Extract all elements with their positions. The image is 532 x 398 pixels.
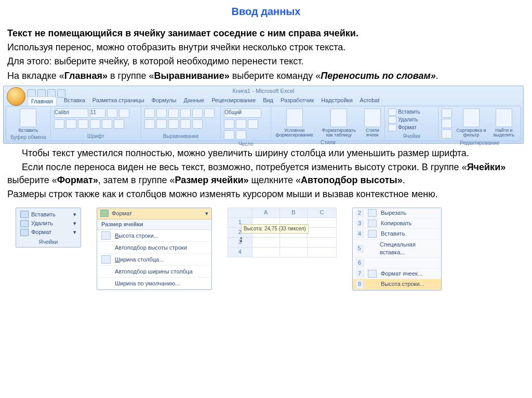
para-1: Текст не помещающийся в ячейку занимает … xyxy=(7,27,525,40)
col-width-icon xyxy=(101,255,111,264)
window-title: Книга1 - Microsoft Excel xyxy=(4,87,523,95)
para-3: Для этого: выберите ячейку, в которой не… xyxy=(7,55,525,68)
paste-icon[interactable] xyxy=(20,108,36,127)
cells-group-label: Ячейки xyxy=(19,237,77,246)
menuitem-col-width[interactable]: Ширина столбца... xyxy=(97,254,211,266)
format-cells-icon[interactable] xyxy=(388,124,396,131)
para-4: На вкладке «Главная» в группе «Выравнива… xyxy=(7,70,525,83)
border-icon[interactable] xyxy=(90,119,100,129)
insert-icon xyxy=(20,211,29,218)
decrease-indent-icon[interactable] xyxy=(168,119,179,129)
ctx-copy[interactable]: 3Копировать xyxy=(353,218,441,229)
cut-icon xyxy=(368,209,377,217)
sheet-resize-fragment: ABC 1 2 3 4 Высота: 24,75 (33 пиксел) ↕ xyxy=(228,208,337,257)
delete-row-button[interactable]: Удалить▾ xyxy=(19,219,77,228)
tab-addins[interactable]: Надстройки xyxy=(321,97,352,106)
increase-font-icon[interactable] xyxy=(107,108,117,118)
format-cells-icon xyxy=(368,270,377,278)
insert-cells-icon[interactable] xyxy=(388,108,396,116)
bottom-images-row: Вставить▾ Удалить▾ Формат▾ Ячейки Формат… xyxy=(0,202,532,291)
menuitem-autofit-width[interactable]: Автоподбор ширины столбца xyxy=(97,266,211,278)
cell-styles-icon[interactable] xyxy=(364,108,381,127)
percent-icon[interactable] xyxy=(236,119,246,129)
format-icon xyxy=(20,229,29,236)
ctx-sep: 6 xyxy=(353,258,441,268)
page-title: Ввод данных xyxy=(0,0,532,26)
font-color-icon[interactable] xyxy=(114,119,124,129)
merge-icon[interactable] xyxy=(192,119,203,129)
delete-icon xyxy=(20,220,29,227)
ctx-paste[interactable]: 4Вставить xyxy=(353,229,441,239)
para-6: Если после переноса виден не весь текст,… xyxy=(7,161,525,187)
ctx-format-cells[interactable]: 7Формат ячеек... xyxy=(353,269,441,279)
autosum-icon[interactable] xyxy=(442,108,452,118)
align-middle-icon[interactable] xyxy=(156,108,167,118)
insert-row-button[interactable]: Вставить▾ xyxy=(19,210,77,219)
tab-acrobat[interactable]: Acrobat xyxy=(360,97,380,106)
italic-icon[interactable] xyxy=(66,119,76,129)
ribbon-tabs: Главная Вставка Разметка страницы Формул… xyxy=(28,97,379,106)
format-as-table-icon[interactable] xyxy=(330,108,347,127)
paste-icon xyxy=(368,230,377,238)
content-2: Чтобы текст уместился полностью, можно у… xyxy=(0,147,532,201)
increase-indent-icon[interactable] xyxy=(180,119,191,129)
fill-color-icon[interactable] xyxy=(102,119,112,129)
tab-page-layout[interactable]: Разметка страницы xyxy=(92,97,144,106)
group-styles: Условное форматирование Форматировать ка… xyxy=(271,106,385,141)
wrap-text-icon[interactable] xyxy=(192,108,203,118)
align-center-icon[interactable] xyxy=(144,119,155,129)
inc-decimal-icon[interactable] xyxy=(224,130,234,140)
format-icon xyxy=(100,210,109,217)
number-format-combo[interactable]: Общий xyxy=(224,108,261,118)
comma-icon[interactable] xyxy=(248,119,258,129)
fill-icon[interactable] xyxy=(442,119,452,128)
align-top-icon[interactable] xyxy=(144,108,155,118)
currency-icon[interactable] xyxy=(224,119,234,129)
align-right-icon[interactable] xyxy=(156,119,167,129)
tab-insert[interactable]: Вставка xyxy=(64,97,85,106)
align-left-icon[interactable] xyxy=(204,108,215,118)
tab-view[interactable]: Вид xyxy=(263,97,273,106)
context-menu-fragment: 2Вырезать 3Копировать 4Вставить 5Специал… xyxy=(352,208,442,291)
sort-filter-icon[interactable] xyxy=(463,108,480,127)
para-7: Размеры строк также как и столбцов можно… xyxy=(7,188,525,201)
find-select-icon[interactable] xyxy=(496,108,512,127)
conditional-formatting-icon[interactable] xyxy=(286,108,303,127)
group-clipboard: Вставить Буфер обмена xyxy=(6,106,51,141)
ctx-cut[interactable]: 2Вырезать xyxy=(353,208,441,218)
group-cells: Вставить Удалить Формат Ячейки xyxy=(385,106,438,141)
group-editing: Сортировка и фильтр Найти и выделить Ред… xyxy=(438,106,521,141)
row-height-icon xyxy=(101,231,111,240)
format-row-button[interactable]: Формат▾ xyxy=(19,228,77,237)
tab-formulas[interactable]: Формулы xyxy=(152,97,177,106)
clear-icon[interactable] xyxy=(442,129,452,139)
group-font: Calibri 11 Шрифт xyxy=(51,106,141,141)
para-2: Используя перенос, можно отобразить внут… xyxy=(7,41,525,54)
menuitem-default-width[interactable]: Ширина по умолчанию... xyxy=(97,278,211,290)
decrease-font-icon[interactable] xyxy=(119,108,129,118)
resize-tooltip: Высота: 24,75 (33 пиксел) xyxy=(241,224,309,234)
ctx-row-height[interactable]: 8Высота строки... xyxy=(353,279,441,290)
orientation-icon[interactable] xyxy=(180,108,191,118)
content: Текст не помещающийся в ячейку занимает … xyxy=(0,27,532,83)
tab-developer[interactable]: Разработчик xyxy=(281,97,314,106)
format-menu-section: Размер ячейки xyxy=(97,219,211,230)
menuitem-row-height[interactable]: Высота строки... xyxy=(97,230,211,242)
menuitem-autofit-height[interactable]: Автоподбор высоты строки xyxy=(97,242,211,254)
tab-data[interactable]: Данные xyxy=(183,97,204,106)
excel-ribbon-screenshot: Книга1 - Microsoft Excel Главная Вставка… xyxy=(3,86,524,144)
ctx-paste-special[interactable]: 5Специальная вставка... xyxy=(353,240,441,258)
align-bottom-icon[interactable] xyxy=(168,108,179,118)
font-name-combo[interactable]: Calibri xyxy=(54,108,88,118)
underline-icon[interactable] xyxy=(78,119,88,129)
delete-cells-icon[interactable] xyxy=(388,116,396,123)
tab-home[interactable]: Главная xyxy=(28,97,57,106)
group-alignment: Выравнивание xyxy=(141,106,221,141)
dec-decimal-icon[interactable] xyxy=(236,130,246,140)
tab-review[interactable]: Рецензирование xyxy=(211,97,256,106)
group-number: Общий Число xyxy=(221,106,271,141)
cells-group-fragment: Вставить▾ Удалить▾ Формат▾ Ячейки xyxy=(16,208,81,248)
font-size-combo[interactable]: 11 xyxy=(90,108,105,118)
format-menu-header[interactable]: Формат▾ xyxy=(97,208,211,219)
bold-icon[interactable] xyxy=(54,119,64,129)
